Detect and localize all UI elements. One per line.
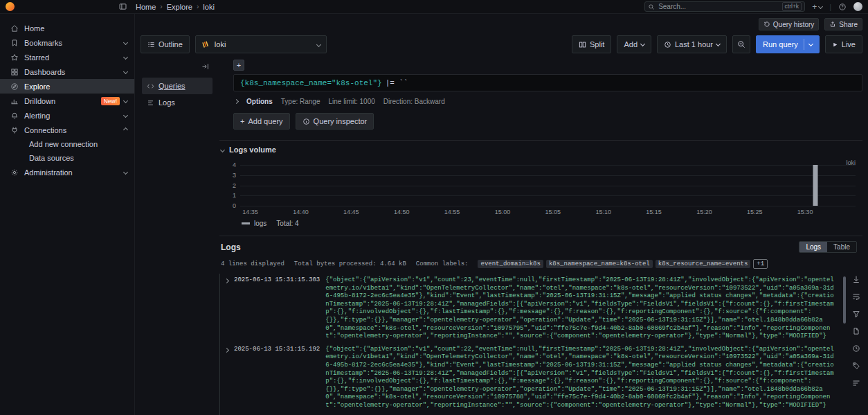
run-query-dropdown[interactable] bbox=[804, 39, 813, 50]
gridline bbox=[240, 186, 856, 186]
explore-body: Queries Logs + {k8s_namespace_name="k8s-… bbox=[135, 58, 868, 415]
wrap-lines-button[interactable] bbox=[852, 292, 860, 301]
gridline bbox=[240, 195, 856, 196]
explore-compass-icon bbox=[10, 82, 19, 91]
expand-row-icon[interactable] bbox=[225, 276, 228, 341]
dashboards-icon bbox=[10, 68, 19, 76]
log-line-text: {"object":{"apiVersion":"v1","count":23,… bbox=[325, 276, 862, 341]
collapse-outline-button[interactable] bbox=[200, 61, 211, 72]
sidebar-item-drilldown[interactable]: Drilldown New! bbox=[0, 94, 134, 108]
more-labels-badge[interactable]: +1 bbox=[753, 259, 768, 269]
expand-row-icon[interactable] bbox=[225, 346, 228, 410]
topnav-right: Search... ctrl+k + | bbox=[644, 1, 862, 13]
logs-volume-panel: Logs volume loki 43210 14:3514:4014:4514… bbox=[219, 140, 862, 233]
unique-labels-button[interactable] bbox=[852, 362, 860, 370]
chevron-down-icon bbox=[123, 55, 128, 60]
logs-meta-row: 4 lines displayed Total bytes processed:… bbox=[219, 256, 862, 274]
logs-view-toggle: Logs Table bbox=[799, 241, 857, 253]
content-outline-panel: Queries Logs bbox=[142, 60, 213, 415]
help-button[interactable] bbox=[837, 1, 848, 12]
outline-item-queries[interactable]: Queries bbox=[142, 78, 213, 94]
label-badge: k8s_resource_name=events bbox=[655, 260, 751, 268]
legend-series-name[interactable]: logs bbox=[254, 220, 266, 227]
help-icon bbox=[838, 3, 847, 11]
y-axis-label: 3 bbox=[226, 172, 236, 179]
plus-icon: + bbox=[240, 117, 244, 125]
sidebar-item-add-new-connection[interactable]: Add new connection bbox=[0, 137, 134, 151]
dock-menu-button[interactable] bbox=[117, 1, 129, 12]
sidebar-item-explore[interactable]: Explore bbox=[0, 79, 134, 94]
play-icon bbox=[832, 42, 838, 48]
share-button[interactable]: Share bbox=[824, 18, 862, 30]
breadcrumb-separator: › bbox=[197, 3, 199, 10]
logs-scrollbar[interactable] bbox=[843, 276, 846, 324]
sidebar-item-data-sources[interactable]: Data sources bbox=[0, 151, 134, 165]
sidebar-item-alerting[interactable]: Alerting bbox=[0, 108, 134, 123]
gridline bbox=[240, 175, 856, 176]
sidebar-item-bookmarks[interactable]: Bookmarks bbox=[0, 35, 134, 50]
new-menu-button[interactable]: + bbox=[811, 1, 824, 13]
chevron-down-icon bbox=[640, 41, 645, 46]
legend-total: Total: 4 bbox=[276, 220, 298, 227]
breadcrumb-home[interactable]: Home bbox=[136, 3, 156, 11]
add-label-button[interactable]: + bbox=[233, 60, 244, 71]
query-options-row[interactable]: Options Type: Range Line limit: 1000 Dir… bbox=[235, 98, 862, 105]
show-timestamps-button[interactable] bbox=[852, 344, 860, 353]
toggle-logs-view[interactable]: Logs bbox=[799, 242, 827, 252]
history-icon bbox=[763, 21, 770, 28]
time-range-picker[interactable]: Last 1 hour bbox=[657, 35, 727, 53]
zoom-out-button[interactable] bbox=[732, 35, 750, 53]
common-labels: event_domain=k8s k8s_namespace_name=k8s-… bbox=[478, 259, 768, 269]
logs-volume-plot: 43210 bbox=[240, 165, 856, 206]
logs-volume-header[interactable]: Logs volume bbox=[219, 141, 862, 158]
bookmark-icon bbox=[10, 39, 19, 47]
query-history-button[interactable]: Query history bbox=[759, 18, 819, 30]
x-axis-label: 15:25 bbox=[747, 209, 763, 215]
user-avatar[interactable] bbox=[853, 2, 862, 11]
toggle-table-view[interactable]: Table bbox=[827, 242, 856, 252]
zoom-out-icon bbox=[737, 40, 745, 48]
add-query-button[interactable]: + Add query bbox=[233, 113, 290, 130]
query-operator-text: |= `` bbox=[386, 79, 408, 87]
outline-item-logs[interactable]: Logs bbox=[142, 94, 213, 111]
add-dropdown-button[interactable]: Add bbox=[617, 35, 651, 53]
query-inspector-button[interactable]: Query inspector bbox=[296, 113, 374, 130]
log-row[interactable]: 2025-06-13 15:31:15.303 {"object":{"apiV… bbox=[225, 276, 862, 341]
log-line-text: {"object":{"apiVersion":"v1","count":22,… bbox=[325, 346, 862, 410]
sidebar-item-starred[interactable]: Starred bbox=[0, 50, 134, 64]
sidebar-item-dashboards[interactable]: Dashboards bbox=[0, 64, 134, 79]
sidebar-item-administration[interactable]: Administration bbox=[0, 165, 134, 179]
datasource-picker[interactable]: loki bbox=[195, 35, 327, 53]
plug-icon bbox=[10, 126, 19, 134]
scroll-bottom-button[interactable] bbox=[852, 275, 860, 283]
x-axis-label: 15:10 bbox=[595, 209, 611, 215]
bell-icon bbox=[10, 112, 19, 120]
page-actions: Query history Share bbox=[135, 14, 868, 32]
live-button[interactable]: Live bbox=[825, 35, 862, 53]
legend-swatch bbox=[242, 222, 250, 224]
copy-log-button[interactable] bbox=[852, 327, 860, 335]
breadcrumb-explore[interactable]: Explore bbox=[167, 3, 192, 11]
search-input[interactable]: Search... ctrl+k bbox=[644, 1, 805, 12]
star-icon bbox=[10, 53, 19, 62]
filter-icon bbox=[852, 310, 860, 318]
logs-lines-icon bbox=[147, 99, 154, 107]
chevron-down-icon bbox=[123, 113, 128, 118]
outline-button[interactable]: Outline bbox=[141, 35, 190, 53]
volume-bar bbox=[813, 165, 817, 206]
explore-toolbar: Outline loki Split Add Last 1 hour bbox=[135, 32, 868, 58]
sort-icon bbox=[852, 379, 860, 387]
run-query-button[interactable]: Run query bbox=[756, 35, 820, 53]
breadcrumb-loki[interactable]: loki bbox=[203, 3, 215, 11]
explore-main: + {k8s_namespace_name="k8s-otel"} |= `` … bbox=[219, 60, 862, 415]
document-icon bbox=[852, 327, 860, 335]
sidebar-item-home[interactable]: Home bbox=[0, 21, 134, 35]
query-editor-input[interactable]: {k8s_namespace_name="k8s-otel"} |= `` bbox=[233, 74, 862, 91]
filter-button[interactable] bbox=[852, 310, 860, 318]
x-axis-label: 15:15 bbox=[646, 209, 662, 215]
logs-panel-title: Logs bbox=[221, 242, 241, 252]
sidebar-item-connections[interactable]: Connections bbox=[0, 123, 134, 137]
log-row[interactable]: 2025-06-13 15:31:15.192 {"object":{"apiV… bbox=[225, 346, 862, 410]
split-button[interactable]: Split bbox=[572, 35, 611, 53]
sort-order-button[interactable] bbox=[852, 379, 860, 387]
